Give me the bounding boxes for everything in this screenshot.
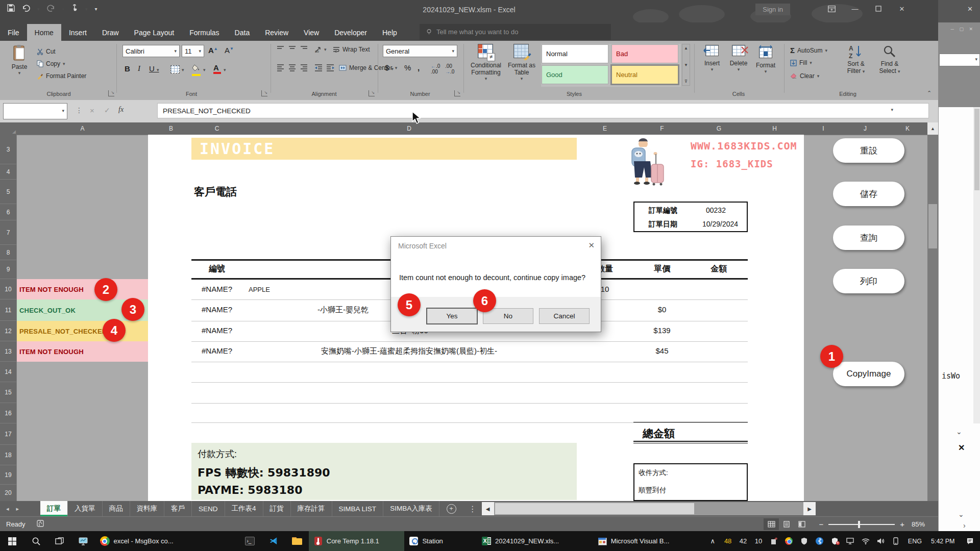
conditional-formatting-button[interactable]: ≠ Conditional Formatting ▾	[468, 44, 504, 81]
new-sheet-button[interactable]: +	[439, 501, 463, 516]
row-header-12[interactable]: 12	[0, 321, 17, 341]
tray-defender-icon[interactable]: ✕	[827, 531, 843, 551]
vb-chevron-down-icon[interactable]: ⌄	[956, 428, 962, 436]
column-header-f[interactable]: F	[631, 122, 693, 135]
name-box[interactable]: ▾	[3, 103, 67, 119]
row-header-13[interactable]: 13	[0, 341, 17, 362]
indent-icons[interactable]	[314, 64, 335, 71]
tray-volume-icon[interactable]	[873, 531, 889, 551]
status-cell-item-not-enough-2[interactable]: ITEM NOT ENOUGH	[17, 341, 148, 362]
notification-center-icon[interactable]	[960, 531, 980, 551]
vscroll-thumb[interactable]	[928, 204, 937, 248]
pinned-explorer-button[interactable]	[285, 531, 309, 551]
row-header-6[interactable]: 6	[0, 204, 17, 220]
accounting-format-button[interactable]: $ ▾	[385, 63, 394, 72]
close-button[interactable]: ✕	[890, 0, 914, 17]
row-header-8[interactable]: 8	[0, 245, 17, 260]
taskbar-coretemp-window[interactable]: Core Temp 1.18.1	[309, 531, 405, 551]
tab-developer[interactable]: Developer	[327, 24, 375, 41]
clear-button[interactable]: Clear▾	[790, 72, 819, 80]
vscroll-up-icon[interactable]: ▲	[927, 122, 938, 135]
row-header-18[interactable]: 18	[0, 445, 17, 465]
coretemp-tray-temp-1[interactable]: 48	[720, 531, 736, 551]
row-header-20[interactable]: 20	[0, 485, 17, 501]
pinned-monitor-button[interactable]	[71, 531, 95, 551]
table-row-4-price[interactable]: $45	[631, 346, 693, 355]
collapse-ribbon-icon[interactable]: ⌃	[927, 90, 932, 96]
page-layout-view-icon[interactable]	[779, 518, 794, 530]
pinned-terminal-button[interactable]: ›_	[238, 531, 262, 551]
query-macro-button[interactable]: 查詢	[833, 226, 904, 250]
zoom-level[interactable]: 85%	[912, 520, 925, 528]
column-header-k[interactable]: K	[888, 122, 928, 135]
row-header-17[interactable]: 17	[0, 423, 17, 445]
row-header-3[interactable]: 3	[0, 135, 17, 164]
row-header-10[interactable]: 10	[0, 279, 17, 299]
shrink-font-button[interactable]: A▼	[225, 46, 234, 55]
column-header-i[interactable]: I	[804, 122, 843, 135]
tab-file[interactable]: File	[0, 24, 27, 41]
font-color-button[interactable]: A	[213, 63, 221, 74]
taskbar-chrome-window[interactable]: excel - MsgBox co...	[95, 531, 238, 551]
status-cell-item-not-enough-1[interactable]: ITEM NOT ENOUGH	[17, 279, 148, 299]
row-header-11[interactable]: 11	[0, 299, 17, 321]
column-header-c[interactable]: C	[194, 122, 240, 135]
tabbar-more-icon[interactable]: ⋮	[463, 501, 482, 516]
number-format-select[interactable]: General▾	[383, 45, 457, 57]
fill-color-button[interactable]	[192, 64, 201, 76]
vb-window-controls[interactable]: ─ ▢ ✕	[951, 27, 975, 32]
taskbar-vb-window[interactable]: Microsoft Visual B...	[593, 531, 705, 551]
alignment-dialog-launcher-icon[interactable]: ↘	[369, 90, 375, 96]
style-good[interactable]: Good	[542, 65, 608, 84]
format-as-table-button[interactable]: Format as Table ▾	[505, 44, 538, 81]
fill-button[interactable]: Fill▾	[790, 59, 812, 66]
table-row-3-price[interactable]: $139	[631, 326, 693, 335]
sheet-tab-kucunjisuan[interactable]: 庫存計算	[291, 501, 332, 516]
underline-button[interactable]: U ▾	[149, 64, 159, 73]
horizontal-scrollbar[interactable]	[494, 502, 803, 515]
vertical-align-icons[interactable]	[277, 46, 310, 53]
insert-cells-button[interactable]: Insert▾	[700, 45, 724, 72]
table-row-1-code[interactable]: #NAME?	[194, 285, 240, 293]
vertical-scrollbar[interactable]	[927, 135, 938, 501]
hscroll-thumb[interactable]	[495, 503, 694, 514]
tray-phone-icon[interactable]	[888, 531, 903, 551]
clock[interactable]: 5:42 PM	[926, 531, 960, 551]
tab-view[interactable]: View	[296, 24, 327, 41]
number-dialog-launcher-icon[interactable]: ↘	[454, 90, 460, 96]
styles-gallery-scroll[interactable]: ▲ ▼ ⊽	[682, 44, 690, 86]
tab-data[interactable]: Data	[227, 24, 258, 41]
italic-button[interactable]: I	[138, 64, 140, 73]
zoom-slider[interactable]	[828, 524, 895, 525]
find-select-button[interactable]: Find & Select ▾	[874, 44, 905, 74]
zoom-in-icon[interactable]: +	[900, 520, 904, 529]
vb-chevron-right-icon[interactable]: ›	[963, 521, 966, 530]
grow-font-button[interactable]: A▲	[208, 46, 218, 55]
row-header-7[interactable]: 7	[0, 220, 17, 245]
minimize-button[interactable]: —	[843, 0, 867, 17]
expand-formula-bar-icon[interactable]: ▾	[891, 107, 893, 112]
sheet-nav-arrows[interactable]: ◂▸	[0, 501, 25, 516]
tray-display-icon[interactable]	[843, 531, 858, 551]
tray-wifi-icon[interactable]	[858, 531, 873, 551]
sheet-tab-simba-list[interactable]: SIMBA LIST	[332, 501, 384, 516]
gallery-more-icon[interactable]: ⊽	[684, 79, 688, 84]
coretemp-tray-temp-3[interactable]: 10	[751, 531, 766, 551]
tab-review[interactable]: Review	[257, 24, 296, 41]
tab-draw[interactable]: Draw	[94, 24, 127, 41]
wrap-text-button[interactable]: Wrap Text	[333, 46, 370, 53]
font-family-select[interactable]: Calibri▾	[122, 45, 180, 57]
vb-close-icon[interactable]: ✕	[967, 5, 973, 13]
tell-me-search[interactable]: Tell me what you want to do	[420, 24, 611, 40]
column-header-e[interactable]: E	[578, 122, 632, 135]
table-row-2-name[interactable]: -小獅王-嬰兒乾	[317, 305, 369, 315]
tray-chrome-icon[interactable]	[781, 531, 797, 551]
dialog-yes-button[interactable]: Yes	[427, 308, 477, 324]
tab-help[interactable]: Help	[375, 24, 405, 41]
autosum-button[interactable]: Σ AutoSum▾	[790, 46, 827, 55]
column-header-a[interactable]: A	[17, 122, 149, 135]
formula-input[interactable]: PRESALE_NOT_CHECKED	[157, 103, 929, 118]
table-row-4-name[interactable]: 安撫奶嘴-小獅王-蘊蜜超柔拇指安撫奶嘴(晨藍)-初生-	[240, 346, 578, 356]
font-dialog-launcher-icon[interactable]: ↘	[261, 90, 267, 96]
taskbar-station-window[interactable]: Station	[404, 531, 477, 551]
